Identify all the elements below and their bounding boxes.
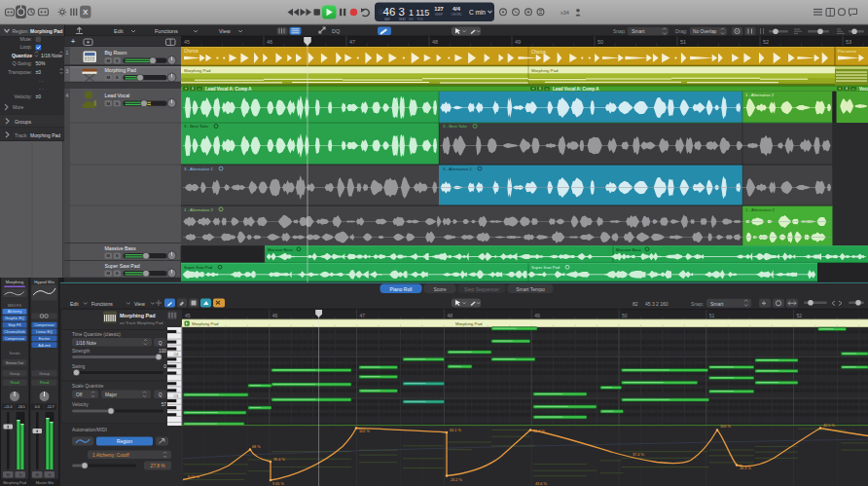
svg-text:100: 100 <box>159 349 166 354</box>
svg-text:Compressor: Compressor <box>34 323 54 327</box>
svg-text:M: M <box>106 101 110 106</box>
svg-text:S: S <box>116 58 119 63</box>
svg-text:3: 3 <box>66 68 69 74</box>
svg-text:M: M <box>106 58 110 63</box>
svg-text:Compressor: Compressor <box>5 337 25 341</box>
svg-text:▼: ▼ <box>185 87 188 91</box>
svg-text:Morphing Pad: Morphing Pad <box>30 132 60 138</box>
svg-text:46: 46 <box>272 313 278 318</box>
svg-text:View: View <box>134 301 145 307</box>
svg-text:on Track Morphing Pad: on Track Morphing Pad <box>120 320 163 325</box>
svg-text:64.1 %: 64.1 % <box>450 429 461 432</box>
svg-text:S: S <box>116 271 119 276</box>
svg-text:127: 127 <box>434 6 444 12</box>
svg-text:Master Mix: Master Mix <box>36 481 54 485</box>
svg-text:Loop:: Loop: <box>19 44 32 50</box>
svg-text:1 - Alternative 2: 1 - Alternative 2 <box>745 207 775 212</box>
svg-text:Chorus: Chorus <box>184 49 199 54</box>
svg-text:48: 48 <box>432 39 438 45</box>
svg-text:23.2 %: 23.2 % <box>451 478 462 482</box>
svg-text:52: 52 <box>763 39 769 45</box>
svg-text:51: 51 <box>709 313 715 318</box>
svg-text:Velocity:: Velocity: <box>14 93 32 99</box>
svg-text:S: S <box>116 101 119 106</box>
svg-text:TICK: TICK <box>417 18 424 21</box>
svg-text:49: 49 <box>534 313 540 318</box>
svg-text:Graphic EQ: Graphic EQ <box>5 317 24 320</box>
svg-text:Vocal te: Vocal te <box>859 87 868 92</box>
svg-text:S: S <box>116 75 119 80</box>
svg-text:X: X <box>83 8 89 17</box>
svg-text:Functions: Functions <box>155 28 178 34</box>
svg-text:M: M <box>6 472 10 477</box>
svg-text:▼: ▼ <box>839 87 842 91</box>
svg-text:Transpose:: Transpose: <box>8 69 32 75</box>
svg-text:Mute:: Mute: <box>19 36 32 42</box>
svg-text:100 %: 100 % <box>720 425 731 429</box>
svg-text:47: 47 <box>360 313 366 318</box>
svg-text:9.65 %: 9.65 % <box>272 482 284 486</box>
svg-text:More: More <box>13 104 24 110</box>
svg-text:C min: C min <box>469 9 486 16</box>
svg-text:Massive Bass: Massive Bass <box>105 245 136 251</box>
svg-text:Super Saw Pad: Super Saw Pad <box>105 263 140 269</box>
svg-text:Major: Major <box>105 393 117 397</box>
svg-text:Time Quantize (classic): Time Quantize (classic) <box>72 332 121 337</box>
svg-text:Smart: Smart <box>632 28 645 34</box>
svg-text:C4: C4 <box>174 353 179 356</box>
svg-text:Morphing Pad: Morphing Pad <box>531 68 559 73</box>
svg-text:Massive Bass: Massive Bass <box>268 247 293 252</box>
svg-text:Q: Q <box>159 393 163 397</box>
svg-text:±0: ±0 <box>36 69 42 75</box>
svg-text:DQ: DQ <box>332 28 341 34</box>
svg-text:45: 45 <box>184 39 190 45</box>
svg-text:1: 1 <box>66 50 69 56</box>
svg-text:Massive Bass: Massive Bass <box>616 247 641 252</box>
svg-text:Chorus: Chorus <box>531 50 547 55</box>
svg-text:0.0: 0.0 <box>35 405 40 409</box>
svg-text:Edit: Edit <box>114 28 124 34</box>
svg-text:A: A <box>192 87 194 91</box>
svg-text:46: 46 <box>383 6 396 18</box>
svg-text:Quantize: Quantize <box>12 53 32 58</box>
svg-text:View: View <box>219 28 231 34</box>
svg-text:CHORD: CHORD <box>452 13 463 17</box>
svg-text:Region: Region <box>117 438 132 444</box>
svg-text:KEEP: KEEP <box>435 13 443 17</box>
svg-text:Score: Score <box>433 286 446 292</box>
svg-text:Super Saw Pad: Super Saw Pad <box>184 265 213 270</box>
svg-text:S: S <box>116 253 119 258</box>
svg-text:M: M <box>106 75 110 80</box>
svg-text:No Overlap: No Overlap <box>693 29 717 34</box>
svg-text:Morphing Pad: Morphing Pad <box>3 481 26 485</box>
svg-text:A: A <box>539 87 541 91</box>
svg-text:Hyped Mix: Hyped Mix <box>34 280 55 284</box>
svg-text:Lead Vocal A: Comp A: Lead Vocal A: Comp A <box>553 87 599 92</box>
svg-text:Off: Off <box>76 393 83 397</box>
svg-text:48: 48 <box>447 313 452 318</box>
svg-text:Q: Q <box>159 341 163 346</box>
svg-text:Stereo Out: Stereo Out <box>6 361 24 365</box>
svg-text:- -: - - <box>39 86 44 92</box>
svg-text:Step FX: Step FX <box>8 323 21 327</box>
svg-text:Morphing Pad: Morphing Pad <box>105 67 136 73</box>
svg-text:Read: Read <box>40 381 49 385</box>
svg-text:Alchemy: Alchemy <box>8 310 22 314</box>
svg-text:Region:: Region: <box>13 28 29 34</box>
svg-text:1 - Alternative 2: 1 - Alternative 2 <box>745 93 775 97</box>
svg-text:A: A <box>846 87 848 91</box>
svg-text:102 %: 102 % <box>359 430 370 433</box>
svg-text:3 - Alternative 1: 3 - Alternative 1 <box>443 167 472 171</box>
svg-text:27.8 %: 27.8 % <box>151 464 166 468</box>
svg-text:BAR: BAR <box>384 18 390 21</box>
svg-text:Super Saw Pad: Super Saw Pad <box>531 265 561 270</box>
svg-text:Automation/MIDI: Automation/MIDI <box>72 428 107 432</box>
svg-text:1 Alchemy: Cutoff: 1 Alchemy: Cutoff <box>92 453 129 458</box>
svg-text:40.5 %: 40.5 % <box>823 424 835 428</box>
svg-text:45 3 2 160: 45 3 2 160 <box>645 301 669 307</box>
svg-text:Groups: Groups <box>15 119 31 125</box>
svg-text:Big Room: Big Room <box>105 50 127 56</box>
svg-text:50: 50 <box>597 39 603 45</box>
svg-text:Track:: Track: <box>15 132 28 138</box>
svg-text:Morphing Pad: Morphing Pad <box>455 321 483 326</box>
